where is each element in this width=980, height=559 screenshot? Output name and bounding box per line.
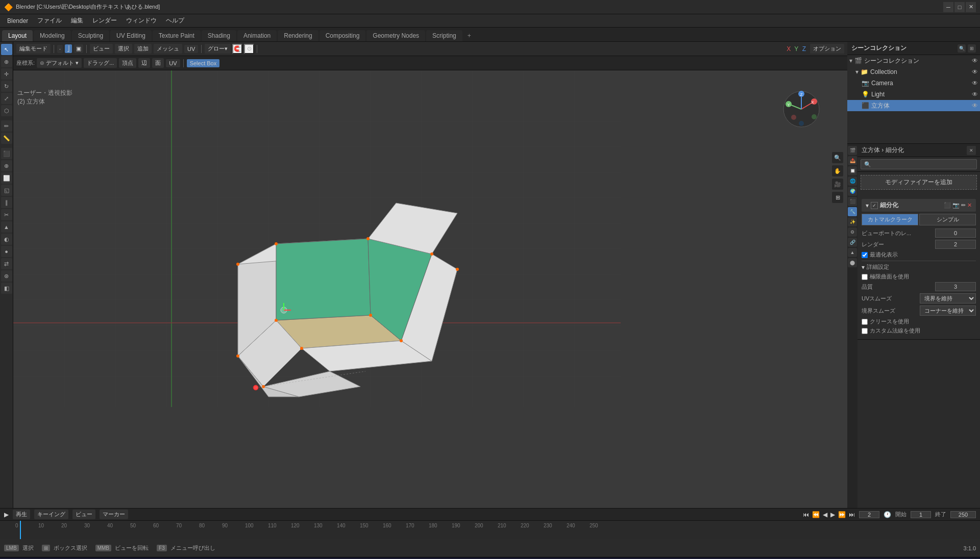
properties-close-button[interactable]: ✕ xyxy=(967,146,976,155)
viewport[interactable]: 編集モード · ⎦ ▣ ビュー 選択 追加 メッシュ UV グロー▾ 🧲 ⊙ X… xyxy=(13,42,847,508)
spin-button[interactable]: ◐ xyxy=(1,234,12,245)
uv-smooth-select[interactable]: 境界を維持 xyxy=(920,293,976,303)
zoom-icon[interactable]: 🔍 xyxy=(832,152,843,163)
tab-animation[interactable]: Animation xyxy=(237,30,277,41)
viewport-add-button[interactable]: 追加 xyxy=(134,44,152,54)
modifier-viewport-icon[interactable]: ⬛ xyxy=(944,202,951,209)
navigation-gizmo[interactable]: X Y Z xyxy=(781,89,822,130)
scale-tool-button[interactable]: ⤢ xyxy=(1,93,12,104)
tab-scripting[interactable]: Scripting xyxy=(426,30,462,41)
prop-view-layer-icon[interactable]: 🔲 xyxy=(848,166,857,175)
use-crease-checkbox[interactable] xyxy=(862,319,868,325)
playback-button[interactable]: 再生 xyxy=(13,510,30,519)
outliner-item-camera[interactable]: 📷 Camera 👁 xyxy=(847,78,980,89)
modifier-toggle-icon[interactable]: ✓ xyxy=(871,202,878,209)
select-box-button[interactable]: Select Box xyxy=(187,59,220,67)
viewport-proportional-icon[interactable]: ⊙ xyxy=(244,44,254,54)
select-tool-button[interactable]: ↖ xyxy=(1,44,12,55)
viewport-view-button[interactable]: ビュー xyxy=(90,44,113,54)
extrude-button[interactable]: ⊕ xyxy=(1,160,12,171)
vertex-select-button[interactable]: 頂点 xyxy=(119,58,136,68)
outliner-item-cube[interactable]: ⬛ 立方体 👁 xyxy=(847,100,980,111)
menu-render[interactable]: レンダー xyxy=(88,15,121,26)
outliner-item-light[interactable]: 💡 Light 👁 xyxy=(847,89,980,100)
bevel-button[interactable]: ◱ xyxy=(1,185,12,196)
viewport-select-button[interactable]: 選択 xyxy=(115,44,132,54)
modifier-render-icon[interactable]: 📷 xyxy=(952,202,960,209)
quality-input[interactable]: 3 xyxy=(935,282,976,291)
outliner-view-button[interactable]: ⊞ xyxy=(968,44,976,53)
tab-compositing[interactable]: Compositing xyxy=(320,30,366,41)
current-frame-input[interactable] xyxy=(859,511,879,518)
camera-icon[interactable]: 🎥 xyxy=(832,179,843,190)
subtab-catmull-clark[interactable]: カトマルクラーク xyxy=(862,214,918,225)
edge-select-button[interactable]: 辺 xyxy=(138,58,150,68)
coordinate-system-button[interactable]: ⊙ デフォルト ▾ xyxy=(37,58,82,68)
render-level-input[interactable]: 2 xyxy=(935,240,976,249)
start-frame-input[interactable] xyxy=(911,511,931,518)
limit-surface-checkbox[interactable] xyxy=(862,274,868,280)
step-forward-icon[interactable]: ⏩ xyxy=(838,511,846,518)
tab-geometry-nodes[interactable]: Geometry Nodes xyxy=(366,30,425,41)
pan-icon[interactable]: ✋ xyxy=(832,165,843,176)
minimize-button[interactable]: ─ xyxy=(943,2,953,12)
outliner-filter-button[interactable]: 🔍 xyxy=(958,44,966,53)
options-button[interactable]: オプション xyxy=(810,44,844,54)
face-mode-button[interactable]: ▣ xyxy=(74,44,83,53)
inset-button[interactable]: ⬜ xyxy=(1,172,12,184)
smooth-button[interactable]: ● xyxy=(1,246,12,257)
play-forward-icon[interactable]: ▶ xyxy=(830,511,835,518)
tab-sculpting[interactable]: Sculpting xyxy=(72,30,109,41)
viewport-mode-button[interactable]: 編集モード xyxy=(16,44,51,54)
uv-button[interactable]: UV xyxy=(166,59,180,67)
face-select-button[interactable]: 面 xyxy=(152,58,164,68)
prop-constraints-icon[interactable]: 🔗 xyxy=(848,238,857,247)
prop-particles-icon[interactable]: ✨ xyxy=(848,217,857,226)
cube-visibility-icon[interactable]: 👁 xyxy=(972,102,978,109)
prop-scene-icon[interactable]: 🌐 xyxy=(848,176,857,186)
viewport-uv-button[interactable]: UV xyxy=(184,45,198,53)
viewport-level-input[interactable]: 0 xyxy=(935,228,976,238)
timeline-track[interactable]: 0 10 20 30 40 50 60 70 80 90 100 110 120… xyxy=(0,521,980,539)
shear-button[interactable]: ◧ xyxy=(1,283,12,294)
transform-pivot-button[interactable]: ドラッグ... xyxy=(84,58,117,68)
prop-physics-icon[interactable]: ⚙ xyxy=(848,227,857,237)
rotate-tool-button[interactable]: ↻ xyxy=(1,81,12,92)
annotate-tool-button[interactable]: ✏ xyxy=(1,120,12,132)
subtab-simple[interactable]: シンプル xyxy=(919,214,976,225)
detail-section-header[interactable]: ▾ 詳細設定 xyxy=(862,263,976,271)
edge-mode-button[interactable]: ⎦ xyxy=(65,44,72,53)
prop-object-icon[interactable]: ⬛ xyxy=(848,197,857,206)
optimize-display-checkbox[interactable] xyxy=(862,252,868,258)
tab-layout[interactable]: Layout xyxy=(2,30,33,41)
outliner-item-scene-collection[interactable]: ▾ 🎬 シーンコレクション 👁 xyxy=(847,55,980,66)
modifier-delete-icon[interactable]: ✕ xyxy=(967,202,972,209)
step-back-icon[interactable]: ⏪ xyxy=(812,511,820,518)
timeline-view-button[interactable]: ビュー xyxy=(72,510,95,519)
outliner-item-collection[interactable]: ▾ 📁 Collection 👁 xyxy=(847,66,980,78)
menu-help[interactable]: ヘルプ xyxy=(162,15,188,26)
prop-render-icon[interactable]: 🎬 xyxy=(848,146,857,155)
knife-button[interactable]: ✂ xyxy=(1,209,12,220)
visibility-icon[interactable]: 👁 xyxy=(972,57,978,64)
tab-shading[interactable]: Shading xyxy=(202,30,236,41)
modifier-edit-icon[interactable]: ✏ xyxy=(961,202,966,209)
modifier-expand-icon[interactable]: ▾ xyxy=(866,202,869,209)
vertex-mode-button[interactable]: · xyxy=(57,45,63,53)
shrink-fatten-button[interactable]: ⊛ xyxy=(1,270,12,282)
viewport-glow-button[interactable]: グロー▾ xyxy=(205,44,231,54)
loop-cut-button[interactable]: ∥ xyxy=(1,197,12,208)
tab-rendering[interactable]: Rendering xyxy=(278,30,318,41)
maximize-button[interactable]: □ xyxy=(954,2,965,12)
poly-build-button[interactable]: ▲ xyxy=(1,221,12,233)
prop-modifier-icon[interactable]: 🔧 xyxy=(848,207,857,216)
play-icon[interactable]: ▶ xyxy=(4,511,9,518)
play-reverse-icon[interactable]: ◀ xyxy=(823,511,827,518)
prop-material-icon[interactable]: ⬤ xyxy=(848,258,857,267)
tab-texture-paint[interactable]: Texture Paint xyxy=(153,30,201,41)
keying-button[interactable]: キーイング xyxy=(34,510,68,519)
viewport-canvas[interactable]: ユーザー・透視投影 (2) 立方体 X Y Z xyxy=(13,70,847,508)
properties-search-input[interactable] xyxy=(861,159,977,169)
skip-to-end-icon[interactable]: ⏭ xyxy=(849,511,855,518)
light-visibility-icon[interactable]: 👁 xyxy=(972,91,978,98)
